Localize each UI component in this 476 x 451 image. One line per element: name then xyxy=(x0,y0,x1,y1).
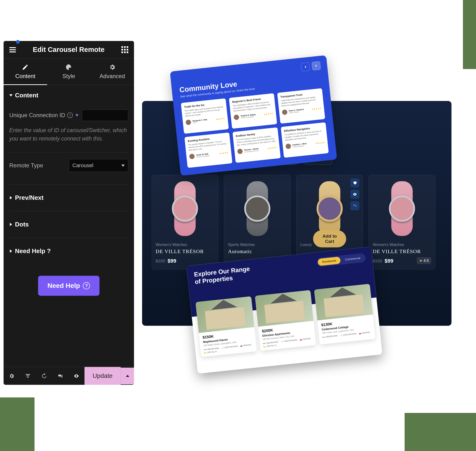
properties-card: Explore Our Range of Properties Resident… xyxy=(186,246,382,374)
product-image xyxy=(373,179,431,238)
divider xyxy=(9,184,128,185)
old-price: $150 xyxy=(156,259,165,263)
remote-type-label: Remote Type xyxy=(9,162,43,169)
section-label: Content xyxy=(15,92,38,99)
navigator-icon[interactable] xyxy=(20,368,36,384)
compare-icon[interactable] xyxy=(350,201,359,210)
product-card[interactable]: Women's Watches DE VILLE TRÉSOR $150$99 xyxy=(152,175,218,269)
section-label: Dots xyxy=(15,221,29,228)
star-rating: ★★★★★ xyxy=(219,151,229,155)
testimonial-grid: Trade On the Go The mobile app is just a… xyxy=(181,88,329,168)
avatar xyxy=(234,114,239,120)
section-needhelp-toggle[interactable]: Need Help ? xyxy=(9,241,128,262)
chevron-down-icon xyxy=(121,164,125,167)
history-icon[interactable] xyxy=(36,368,52,384)
helper-text: Enter the value of ID of carousel/Switch… xyxy=(9,125,128,149)
notification-dot xyxy=(16,40,20,44)
testimonial-card: Beginner's Best Friend The marketplace o… xyxy=(229,93,277,129)
divider xyxy=(9,152,128,152)
product-name: DE VILLE TRÉSOR xyxy=(156,248,214,255)
product-category: Women's Watches xyxy=(373,243,431,247)
settings-icon[interactable] xyxy=(4,368,20,384)
decoration-bottom-right xyxy=(405,413,476,451)
section-content-toggle[interactable]: Content xyxy=(9,85,128,106)
old-price: $150 xyxy=(373,259,382,263)
testimonial-card: Trade On the Go The mobile app is just a… xyxy=(181,98,229,134)
section-label: Need Help ? xyxy=(15,247,51,255)
quickview-icon[interactable] xyxy=(350,190,359,199)
property-card[interactable]: $150K Maplewood Haven 120 Maple Street, … xyxy=(195,296,257,357)
avatar xyxy=(282,109,288,115)
decoration-top-right xyxy=(463,0,476,69)
star-rating: ★★★★★ xyxy=(315,141,325,144)
tab-style[interactable]: Style xyxy=(47,59,91,85)
select-value: Carousel xyxy=(72,163,93,169)
connection-id-input[interactable] xyxy=(82,110,128,121)
divider xyxy=(9,211,128,211)
product-name: Automatic xyxy=(228,248,287,255)
help-btn-label: Need Help xyxy=(48,282,80,289)
avatar xyxy=(237,148,243,154)
properties-heading: Explore Our Range of Properties xyxy=(194,264,257,286)
elementor-panel: Edit Carousel Remote Content Style Advan… xyxy=(4,41,134,385)
new-price: $99 xyxy=(167,258,176,264)
divider xyxy=(9,238,128,238)
testimonial-card: Transparent Trust I appreciate the trans… xyxy=(277,88,325,124)
avatar xyxy=(189,153,195,159)
property-image xyxy=(314,284,373,320)
connection-id-label: Unique Connection ID ? ✦ xyxy=(9,112,79,119)
need-help-button[interactable]: Need Help ? xyxy=(38,276,100,296)
testimonial-card: Endless Variety I love the diverse range… xyxy=(233,127,281,163)
testimonial-next-button[interactable] xyxy=(312,61,321,71)
star-rating: ★★★★★ xyxy=(267,146,277,150)
tab-advanced-label: Advanced xyxy=(99,73,125,79)
testimonial-prev-button[interactable] xyxy=(301,62,310,72)
rating-badge: ★4.5 xyxy=(417,257,431,264)
update-options-button[interactable] xyxy=(121,368,134,384)
new-price: $99 xyxy=(385,258,393,264)
property-image xyxy=(195,296,254,333)
star-rating: ★★★★★ xyxy=(312,107,321,111)
section-prevnext-toggle[interactable]: Prev/Next xyxy=(9,188,128,208)
panel-title: Edit Carousel Remote xyxy=(33,46,105,54)
product-category: Sports Watches xyxy=(228,243,287,247)
remote-type-select[interactable]: Carousel xyxy=(69,159,128,172)
property-image xyxy=(255,290,314,327)
property-card[interactable]: $130K Cedarwood Cottage 789 Cedar Lane, … xyxy=(314,284,376,345)
avatar xyxy=(185,119,191,125)
menu-icon[interactable] xyxy=(9,47,16,52)
dynamic-icon[interactable]: ✦ xyxy=(75,112,79,118)
tab-content[interactable]: Content xyxy=(4,59,47,85)
preview-icon[interactable] xyxy=(68,368,85,384)
residential-tab[interactable]: Residential xyxy=(317,257,341,266)
product-image xyxy=(156,179,214,238)
product-image xyxy=(228,179,287,238)
product-card[interactable]: Women's Watches DE VILLE TRÉSOR $150$99 … xyxy=(369,175,435,269)
section-dots-toggle[interactable]: Dots xyxy=(9,214,128,235)
community-love-card: Community Love See what the community is… xyxy=(170,55,337,176)
help-icon[interactable]: ? xyxy=(67,113,73,118)
property-card[interactable]: $200K Elmview Apartments 456 Elm Avenue,… xyxy=(255,290,316,351)
product-category: Women's Watches xyxy=(156,243,214,247)
star-rating: ★★★★★ xyxy=(215,117,225,120)
avatar xyxy=(285,143,291,149)
tab-content-label: Content xyxy=(15,73,35,79)
tab-style-label: Style xyxy=(62,73,75,79)
add-to-cart-button[interactable]: Add to Cart xyxy=(313,230,346,247)
tab-advanced[interactable]: Advanced xyxy=(90,59,134,85)
help-icon: ? xyxy=(83,282,90,289)
update-button[interactable]: Update xyxy=(85,367,121,385)
property-type-segment: Residential Commercial xyxy=(316,253,366,267)
decoration-bottom-left xyxy=(0,397,35,451)
section-label: Prev/Next xyxy=(15,194,43,201)
star-rating: ★★★★★ xyxy=(263,112,273,115)
commercial-tab[interactable]: Commercial xyxy=(340,254,365,263)
product-card[interactable]: Sports Watches Automatic xyxy=(224,175,291,269)
product-name: DE VILLE TRÉSOR xyxy=(373,248,431,255)
testimonial-card: Effortless Navigation The platform's int… xyxy=(281,122,329,158)
widgets-icon[interactable] xyxy=(121,46,128,53)
testimonial-card: Exciting Auctions The auction feature is… xyxy=(185,132,233,168)
rating-value: 4.5 xyxy=(424,259,429,263)
responsive-icon[interactable] xyxy=(52,368,68,384)
wishlist-icon[interactable] xyxy=(350,178,359,188)
